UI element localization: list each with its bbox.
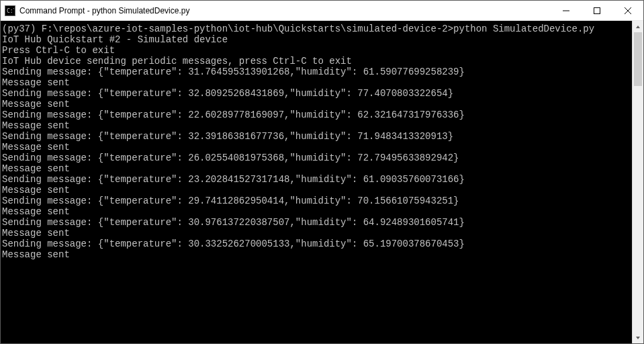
console-line: Message sent — [2, 163, 631, 174]
console-line: IoT Hub Quickstart #2 - Simulated device — [2, 34, 631, 45]
scrollbar-down-arrow[interactable] — [633, 332, 643, 343]
prompt-line: (py37) F:\repos\azure-iot-samples-python… — [2, 24, 631, 34]
svg-marker-5 — [636, 26, 640, 28]
console-line: Message sent — [2, 99, 631, 110]
console-line: Message sent — [2, 228, 631, 239]
console-line: Sending message: {"temperature": 26.0255… — [2, 153, 631, 163]
close-button[interactable] — [612, 1, 643, 20]
console-line: Message sent — [2, 142, 631, 153]
console-line: Sending message: {"temperature": 31.7645… — [2, 67, 631, 77]
console-line: Sending message: {"temperature": 29.7411… — [2, 196, 631, 206]
console-area: (py37) F:\repos\azure-iot-samples-python… — [1, 21, 643, 343]
console-line: Sending message: {"temperature": 32.8092… — [2, 88, 631, 99]
svg-rect-2 — [594, 7, 600, 13]
cmd-icon: C:\ — [5, 5, 15, 16]
console-line: Sending message: {"temperature": 30.3325… — [2, 239, 631, 249]
minimize-button[interactable] — [551, 1, 582, 20]
svg-marker-6 — [636, 337, 640, 339]
titlebar[interactable]: C:\ Command Prompt - python SimulatedDev… — [1, 1, 643, 21]
vertical-scrollbar[interactable] — [632, 21, 643, 343]
console-line: Sending message: {"temperature": 23.2028… — [2, 174, 631, 185]
console-line: Message sent — [2, 120, 631, 131]
console-line: IoT Hub device sending periodic messages… — [2, 56, 631, 67]
console-content[interactable]: (py37) F:\repos\azure-iot-samples-python… — [1, 21, 632, 343]
console-line: Sending message: {"temperature": 30.9761… — [2, 217, 631, 228]
scrollbar-thumb[interactable] — [634, 32, 642, 86]
window-title: Command Prompt - python SimulatedDevice.… — [19, 6, 551, 15]
console-line: Message sent — [2, 249, 631, 260]
console-line: Press Ctrl-C to exit — [2, 45, 631, 56]
maximize-button[interactable] — [582, 1, 612, 20]
console-line: Message sent — [2, 206, 631, 217]
console-line: Sending message: {"temperature": 22.6028… — [2, 110, 631, 120]
console-line: Sending message: {"temperature": 32.3918… — [2, 131, 631, 142]
svg-text:C:\: C:\ — [7, 8, 14, 14]
console-line: Message sent — [2, 77, 631, 88]
console-line: Message sent — [2, 185, 631, 196]
scrollbar-up-arrow[interactable] — [633, 21, 643, 32]
command-prompt-window: C:\ Command Prompt - python SimulatedDev… — [0, 0, 644, 344]
scrollbar-track[interactable] — [633, 32, 643, 332]
window-controls — [551, 1, 643, 20]
